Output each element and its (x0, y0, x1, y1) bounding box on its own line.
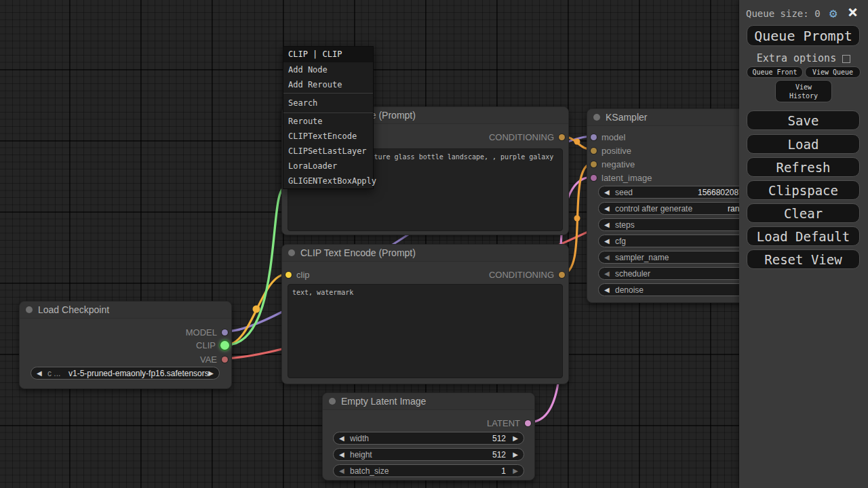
collapse-dot-icon[interactable] (329, 398, 336, 405)
decrement-arrow-icon[interactable]: ◀ (604, 235, 610, 247)
increment-arrow-icon[interactable]: ▶ (513, 465, 518, 476)
output-model[interactable]: MODEL (186, 327, 228, 337)
node-empty-latent-image[interactable]: Empty Latent Image LATENT ◀ width 512 ▶ … (322, 392, 535, 481)
link-midpoint-dot (574, 216, 580, 222)
input-label: negative (601, 159, 635, 169)
context-menu: CLIP | CLIP Add Node Add Reroute Search … (283, 46, 374, 189)
menu-item-add-node[interactable]: Add Node (283, 62, 373, 77)
collapse-dot-icon[interactable] (26, 306, 33, 313)
input-label: positive (601, 146, 631, 156)
input-clip[interactable]: clip (285, 270, 310, 279)
widget-label: width (350, 432, 369, 445)
node-title-bar[interactable]: Load Checkpoint (20, 302, 231, 319)
decrement-arrow-icon[interactable]: ◀ (604, 268, 610, 279)
widget-value: 1 (501, 465, 506, 477)
menu-separator (283, 113, 373, 113)
clear-button[interactable]: Clear (747, 203, 860, 223)
load-default-button[interactable]: Load Default (747, 226, 860, 246)
extra-options-checkbox[interactable] (842, 55, 850, 63)
output-conditioning[interactable]: CONDITIONING (489, 132, 565, 142)
collapse-dot-icon[interactable] (288, 249, 295, 256)
widget-label: c ... (47, 367, 60, 380)
close-icon[interactable]: × (848, 2, 858, 22)
widget-label: batch_size (350, 465, 389, 477)
output-latent[interactable]: LATENT (487, 418, 531, 428)
increment-arrow-icon[interactable]: ▶ (513, 449, 518, 460)
decrement-arrow-icon[interactable]: ◀ (604, 284, 610, 296)
decrement-arrow-icon[interactable]: ◀ (604, 186, 610, 198)
output-conditioning[interactable]: CONDITIONING (489, 270, 565, 279)
clipspace-button[interactable]: Clipspace (747, 180, 860, 200)
output-vae[interactable]: VAE (200, 354, 228, 364)
link-midpoint-dot (253, 306, 260, 313)
decrement-arrow-icon[interactable]: ◀ (339, 465, 344, 476)
input-negative[interactable]: negative (591, 159, 635, 169)
node-title-bar[interactable]: Empty Latent Image (323, 393, 534, 410)
model-port-icon[interactable] (222, 329, 228, 336)
decrement-arrow-icon[interactable]: ◀ (339, 449, 344, 460)
height-widget[interactable]: ◀ height 512 ▶ (333, 448, 524, 461)
increment-arrow-icon[interactable]: ▶ (513, 432, 518, 444)
comfyui-screen: CLIP Text Encode (Prompt) CONDITIONING b… (0, 0, 868, 488)
decrement-arrow-icon[interactable]: ◀ (604, 203, 610, 214)
batch-size-widget[interactable]: ◀ batch_size 1 ▶ (333, 464, 524, 477)
menu-item-add-reroute[interactable]: Add Reroute (283, 77, 373, 92)
node-load-checkpoint[interactable]: Load Checkpoint MODEL CLIP VAE ◀ c ... v… (19, 301, 232, 389)
input-positive[interactable]: positive (591, 146, 631, 155)
latent-port-icon[interactable] (525, 420, 531, 426)
conditioning-port-icon[interactable] (591, 148, 597, 154)
widget-label: cfg (615, 235, 626, 247)
view-queue-button[interactable]: View Queue (805, 66, 861, 78)
save-button[interactable]: Save (747, 110, 860, 130)
input-latent-image[interactable]: latent_image (591, 173, 652, 182)
menu-item-search[interactable]: Search (283, 94, 373, 112)
link-midpoint-dot (574, 139, 580, 145)
widget-label: sampler_name (615, 251, 669, 264)
decrement-arrow-icon[interactable]: ◀ (339, 432, 344, 444)
conditioning-port-icon[interactable] (559, 272, 565, 278)
output-label: CONDITIONING (489, 270, 554, 280)
ckpt-name-widget[interactable]: ◀ c ... v1-5-pruned-emaonly-fp16.safeten… (31, 367, 220, 380)
wire-clip-dragging[interactable] (226, 188, 285, 345)
menu-item-gligentextboxapply[interactable]: GLIGENTextBoxApply (283, 174, 373, 188)
output-label: LATENT (487, 418, 520, 428)
reset-view-button[interactable]: Reset View (747, 249, 860, 269)
input-label: model (601, 132, 625, 142)
model-port-icon[interactable] (591, 134, 597, 140)
menu-item-cliptextencode[interactable]: CLIPTextEncode (283, 129, 373, 144)
decrement-arrow-icon[interactable]: ◀ (37, 367, 42, 379)
decrement-arrow-icon[interactable]: ◀ (604, 219, 610, 230)
widget-label: denoise (615, 284, 644, 296)
extra-options-row: Extra options (739, 52, 868, 64)
clip-port-active-icon[interactable] (220, 341, 229, 350)
queue-size-label: Queue size: 0 (746, 8, 821, 19)
vae-port-icon[interactable] (222, 357, 228, 363)
queue-prompt-button[interactable]: Queue Prompt (747, 25, 860, 46)
view-history-button[interactable]: View History (775, 80, 832, 102)
menu-item-reroute[interactable]: Reroute (283, 114, 373, 129)
menu-separator (283, 93, 373, 94)
menu-item-loraloader[interactable]: LoraLoader (283, 159, 373, 174)
widget-label: height (350, 449, 372, 461)
node-title-bar[interactable]: CLIP Text Encode (Prompt) (282, 245, 568, 262)
decrement-arrow-icon[interactable]: ◀ (604, 251, 610, 263)
conditioning-port-icon[interactable] (559, 134, 565, 140)
widget-label: scheduler (615, 268, 650, 280)
output-label: CLIP (196, 340, 216, 350)
settings-gear-icon[interactable]: ⚙ (829, 5, 837, 20)
increment-arrow-icon[interactable]: ▶ (208, 367, 214, 379)
latent-port-icon[interactable] (591, 175, 597, 181)
input-model[interactable]: model (591, 132, 625, 142)
node-clip-text-encode-negative[interactable]: CLIP Text Encode (Prompt) clip CONDITION… (281, 244, 569, 384)
queue-front-button[interactable]: Queue Front (747, 66, 803, 78)
load-button[interactable]: Load (747, 134, 860, 154)
clip-port-icon[interactable] (285, 272, 292, 278)
extra-options-label: Extra options (757, 52, 836, 64)
collapse-dot-icon[interactable] (593, 114, 600, 121)
width-widget[interactable]: ◀ width 512 ▶ (333, 432, 524, 445)
conditioning-port-icon[interactable] (591, 161, 597, 167)
prompt-textarea[interactable]: text, watermark (288, 284, 563, 378)
output-clip[interactable]: CLIP (196, 340, 229, 350)
refresh-button[interactable]: Refresh (747, 157, 860, 177)
menu-item-clipsetlastlayer[interactable]: CLIPSetLastLayer (283, 144, 373, 159)
